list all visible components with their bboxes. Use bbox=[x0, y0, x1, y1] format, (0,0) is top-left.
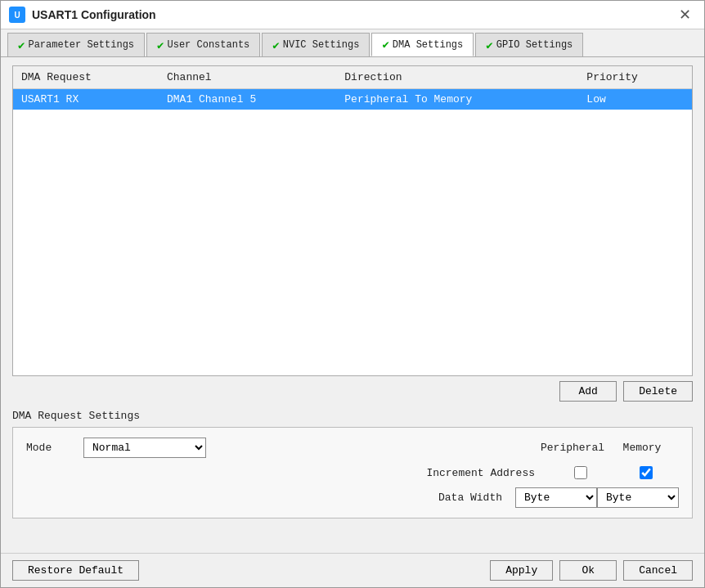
bottom-bar: Restore Default Apply Ok Cancel bbox=[1, 553, 704, 587]
table-cell-priority: Low bbox=[578, 89, 692, 110]
peripheral-data-width-select[interactable]: Byte Half Word Word bbox=[515, 487, 597, 508]
ok-button[interactable]: Ok bbox=[559, 560, 617, 581]
memory-checkbox-cell bbox=[613, 466, 679, 479]
table-header-row: DMA Request Channel Direction Priority bbox=[13, 66, 692, 89]
settings-section-title: DMA Request Settings bbox=[12, 410, 693, 422]
peripheral-checkbox-cell bbox=[548, 466, 613, 479]
memory-data-width-select[interactable]: Byte Half Word Word bbox=[597, 487, 679, 508]
col-header-dma-request: DMA Request bbox=[13, 66, 159, 89]
col-header-direction: Direction bbox=[336, 66, 578, 89]
memory-dw-cell: Byte Half Word Word bbox=[597, 487, 679, 508]
peripheral-header: Peripheral bbox=[540, 442, 605, 454]
tab-nvic-settings[interactable]: ✔ NVIC Settings bbox=[262, 33, 370, 56]
settings-top-row: Mode Normal Circular Peripheral Memory bbox=[26, 438, 679, 458]
tab-bar: ✔ Parameter Settings ✔ User Constants ✔ … bbox=[1, 29, 704, 57]
memory-checkbox[interactable] bbox=[640, 466, 653, 479]
apply-button[interactable]: Apply bbox=[490, 560, 553, 581]
settings-inner: Mode Normal Circular Peripheral Memory bbox=[12, 427, 693, 518]
data-width-selects: Byte Half Word Word Byte Half Word Word bbox=[515, 487, 679, 508]
tab-check-icon: ✔ bbox=[18, 38, 25, 52]
col-header-priority: Priority bbox=[578, 66, 692, 89]
mode-select[interactable]: Normal Circular bbox=[83, 438, 206, 458]
table-cell-dma_request: USART1 RX bbox=[13, 89, 159, 110]
table-row[interactable]: USART1 RXDMA1 Channel 5Peripheral To Mem… bbox=[13, 89, 692, 110]
tab-check-icon: ✔ bbox=[382, 38, 388, 52]
table-button-row: Add Delete bbox=[12, 381, 693, 402]
main-content: DMA Request Channel Direction Priority U… bbox=[1, 57, 704, 553]
increment-address-label: Increment Address bbox=[426, 467, 535, 479]
data-width-row: Data Width Byte Half Word Word Byte bbox=[26, 487, 679, 508]
checkbox-group bbox=[548, 466, 679, 479]
tab-parameter-settings[interactable]: ✔ Parameter Settings bbox=[7, 33, 145, 56]
title-bar-left: U USART1 Configuration bbox=[9, 7, 156, 23]
cancel-button[interactable]: Cancel bbox=[623, 560, 693, 581]
mode-row: Mode Normal Circular bbox=[26, 438, 206, 458]
tab-label: Parameter Settings bbox=[28, 39, 134, 51]
dma-table: DMA Request Channel Direction Priority U… bbox=[13, 66, 692, 110]
close-button[interactable]: ✕ bbox=[674, 6, 696, 24]
title-bar: U USART1 Configuration ✕ bbox=[1, 1, 704, 29]
col-headers: Peripheral Memory bbox=[540, 442, 679, 454]
data-width-label: Data Width bbox=[438, 491, 502, 504]
tab-label: NVIC Settings bbox=[283, 39, 360, 51]
col-header-channel: Channel bbox=[159, 66, 336, 89]
svg-text:U: U bbox=[14, 11, 20, 20]
tab-gpio-settings[interactable]: ✔ GPIO Settings bbox=[475, 33, 583, 56]
tab-user-constants[interactable]: ✔ User Constants bbox=[146, 33, 260, 56]
window-title: USART1 Configuration bbox=[32, 8, 156, 21]
peripheral-dw-cell: Byte Half Word Word bbox=[515, 487, 597, 508]
table-cell-direction: Peripheral To Memory bbox=[336, 89, 578, 110]
main-window: U USART1 Configuration ✕ ✔ Parameter Set… bbox=[0, 0, 705, 588]
tab-label: GPIO Settings bbox=[496, 39, 573, 51]
peripheral-checkbox[interactable] bbox=[574, 466, 587, 479]
memory-header: Memory bbox=[605, 442, 679, 454]
delete-button[interactable]: Delete bbox=[623, 381, 693, 402]
dma-table-container: DMA Request Channel Direction Priority U… bbox=[12, 65, 693, 376]
app-icon: U bbox=[9, 7, 25, 23]
mode-label: Mode bbox=[26, 442, 75, 454]
add-button[interactable]: Add bbox=[559, 381, 617, 402]
tab-dma-settings[interactable]: ✔ DMA Settings bbox=[371, 33, 474, 56]
tab-check-icon: ✔ bbox=[486, 38, 492, 52]
restore-default-button[interactable]: Restore Default bbox=[12, 560, 139, 581]
tab-label: DMA Settings bbox=[393, 39, 463, 51]
tab-label: User Constants bbox=[168, 39, 250, 51]
dma-request-settings: DMA Request Settings Mode Normal Circula… bbox=[12, 410, 693, 518]
tab-check-icon: ✔ bbox=[157, 38, 164, 52]
table-cell-channel: DMA1 Channel 5 bbox=[159, 89, 336, 110]
bottom-right-buttons: Apply Ok Cancel bbox=[490, 560, 693, 581]
increment-address-row: Increment Address bbox=[26, 466, 679, 479]
tab-check-icon: ✔ bbox=[272, 38, 279, 52]
